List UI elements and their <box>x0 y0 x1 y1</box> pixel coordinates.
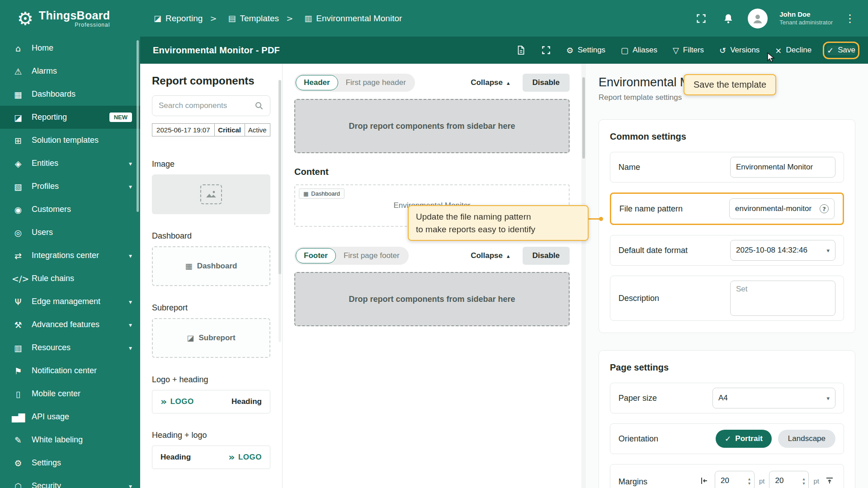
gear-icon: ⚙ <box>566 46 574 55</box>
file-pattern-help-icon[interactable]: ? <box>820 204 829 213</box>
orientation-row: Orientation ✓ Portrait Landscape <box>610 423 844 454</box>
alarms-icon: ⚠ <box>12 66 24 76</box>
footer-disable-button[interactable]: Disable <box>523 247 570 265</box>
sidebar-item-security[interactable]: ☖ Security ▾ <box>0 474 140 488</box>
user-info: John Doe Tenant administrator <box>779 10 833 26</box>
margin-left-decrement[interactable]: ▾ <box>748 481 750 485</box>
mobile-icon: ▯ <box>12 389 24 399</box>
header-chip[interactable]: Header <box>296 75 338 90</box>
settings-button[interactable]: ⚙ Settings <box>566 46 606 55</box>
editor-scrollbar-thumb[interactable] <box>582 77 585 159</box>
sidebar-item-alarms[interactable]: ⚠ Alarms ▾ <box>0 60 140 83</box>
aliases-icon: ▢ <box>621 46 628 55</box>
search-input[interactable] <box>159 101 251 110</box>
header-disable-button[interactable]: Disable <box>523 74 570 92</box>
tooltip-connector-line <box>589 218 601 220</box>
alarms-table-component[interactable]: 2025-06-17 19:07 Critical Active <box>152 123 270 142</box>
header-dropzone[interactable]: Drop report components from sidebar here <box>294 99 570 153</box>
breadcrumb: > ◪ Reporting > ▤ Templates > ▥ Environm… <box>154 14 402 23</box>
logo-heading-component[interactable]: »LOGO Heading <box>152 390 270 413</box>
resources-icon: ▥ <box>12 343 24 353</box>
date-format-label: Default date format <box>618 246 688 255</box>
sidebar-scrollbar[interactable] <box>137 40 139 212</box>
breadcrumb-reporting[interactable]: > ◪ Reporting <box>154 14 203 23</box>
sidebar-item-edge-management[interactable]: Ψ Edge management ▾ <box>0 290 140 313</box>
more-menu-button[interactable]: ⋮ <box>844 12 855 25</box>
sidebar-item-customers[interactable]: ◉ Customers ▾ <box>0 198 140 221</box>
sidebar-item-dashboards[interactable]: ▦ Dashboards ▾ <box>0 83 140 106</box>
header-collapse-button[interactable]: Collapse ▴ <box>471 78 509 87</box>
save-button[interactable]: ✓ Save <box>827 46 855 55</box>
paper-size-row: Paper size A4 ▾ <box>610 383 844 413</box>
date-format-select[interactable]: 2025-10-08 14:32:46 ▾ <box>730 240 835 261</box>
subreport-component[interactable]: ◪ Subreport <box>152 318 270 358</box>
aliases-button[interactable]: ▢ Aliases <box>621 46 657 55</box>
sidebar-item-solution-templates[interactable]: ⊞ Solution templates ▾ <box>0 129 140 152</box>
dashboard-box-icon: ▦ <box>185 262 193 271</box>
avatar[interactable] <box>748 9 768 28</box>
file-pattern-input[interactable] <box>735 204 816 213</box>
dashboards-icon: ▦ <box>12 89 24 99</box>
sidebar-item-profiles[interactable]: ▧ Profiles ▾ <box>0 175 140 198</box>
sidebar-item-entities[interactable]: ◈ Entities ▾ <box>0 152 140 175</box>
components-scrollbar-thumb[interactable] <box>278 80 281 274</box>
generate-report-button[interactable] <box>516 45 526 55</box>
fullscreen-button[interactable] <box>693 11 709 26</box>
landscape-button[interactable]: Landscape <box>778 430 835 448</box>
first-page-header-chip[interactable]: First page header <box>338 75 414 90</box>
footer-dropzone[interactable]: Drop report components from sidebar here <box>294 272 570 326</box>
notifications-button[interactable] <box>721 11 736 26</box>
breadcrumb-environmental-monitor[interactable]: > ▥ Environmental Monitor <box>279 14 402 23</box>
breadcrumb-separator-icon: > <box>286 14 293 23</box>
sidebar-item-users[interactable]: ◎ Users ▾ <box>0 221 140 244</box>
sidebar-item-api-usage[interactable]: ▅▇ API usage ▾ <box>0 405 140 428</box>
sidebar-item-notification-center[interactable]: ⚑ Notification center ▾ <box>0 359 140 382</box>
sidebar-item-white-labeling[interactable]: ✎ White labeling ▾ <box>0 428 140 451</box>
chevron-up-icon: ▴ <box>507 253 510 259</box>
editor-fullscreen-button[interactable] <box>541 45 551 55</box>
breadcrumb-separator-icon: > <box>210 14 217 23</box>
sidebar-item-resources[interactable]: ▥ Resources ▾ <box>0 336 140 359</box>
logo-heading-section-label: Logo + heading <box>152 375 270 385</box>
page-settings-card: Page settings Paper size A4 ▾ Orientatio… <box>599 350 855 488</box>
name-input[interactable] <box>736 163 830 172</box>
description-textarea[interactable] <box>736 285 830 312</box>
caret-down-icon: ▾ <box>826 395 830 402</box>
page-settings-heading: Page settings <box>610 362 844 373</box>
filters-button[interactable]: ▽ Filters <box>673 46 704 55</box>
sidebar-item-mobile-center[interactable]: ▯ Mobile center ▾ <box>0 382 140 405</box>
margin-top-increment[interactable]: ▴ <box>802 477 805 481</box>
heading-logo-component[interactable]: Heading »LOGO <box>152 446 270 469</box>
dashboard-component[interactable]: ▦ Dashboard <box>152 246 270 286</box>
file-name-pattern-row: File name pattern ? <box>610 192 844 225</box>
footer-chip[interactable]: Footer <box>296 248 336 263</box>
sidebar-item-reporting[interactable]: ◪ Reporting NEW ▾ <box>0 106 140 129</box>
footer-collapse-button[interactable]: Collapse ▴ <box>471 251 509 260</box>
dashboard-tag: ▦ Dashboard <box>299 188 344 199</box>
image-section-label: Image <box>152 160 270 169</box>
brand[interactable]: ⚙ ThingsBoard Professional <box>0 9 140 28</box>
breadcrumb-templates[interactable]: > ▤ Templates <box>203 14 279 23</box>
paper-size-select[interactable]: A4 ▾ <box>712 388 835 408</box>
margin-left-increment[interactable]: ▴ <box>748 477 750 481</box>
sidebar-item-integrations-center[interactable]: ⇄ Integrations center ▾ <box>0 244 140 267</box>
margin-left-input[interactable] <box>715 476 736 485</box>
integrations-icon: ⇄ <box>12 251 24 261</box>
first-page-footer-chip[interactable]: First page footer <box>336 249 407 263</box>
alarm-severity-cell: Critical <box>214 124 245 136</box>
sidebar-item-advanced-features[interactable]: ⚒ Advanced features ▾ <box>0 313 140 336</box>
components-search <box>152 95 270 116</box>
margin-top-decrement[interactable]: ▾ <box>802 481 805 485</box>
decline-button[interactable]: × Decline <box>775 46 811 55</box>
sidebar-item-rule-chains[interactable]: </> Rule chains ▾ <box>0 267 140 290</box>
versions-button[interactable]: ↺ Versions <box>719 46 760 55</box>
margin-top-input[interactable] <box>769 476 790 485</box>
reporting-icon: ◪ <box>154 14 161 23</box>
sidebar-item-settings[interactable]: ⚙ Settings ▾ <box>0 451 140 474</box>
image-component[interactable] <box>152 174 270 214</box>
report-editor: Header First page header Collapse ▴ Disa… <box>283 64 581 488</box>
sidebar-item-home[interactable]: ⌂ Home ▾ <box>0 37 140 60</box>
notification-icon: ⚑ <box>12 366 24 376</box>
alarm-status-cell: Active <box>245 124 270 136</box>
portrait-button[interactable]: ✓ Portrait <box>716 430 772 448</box>
